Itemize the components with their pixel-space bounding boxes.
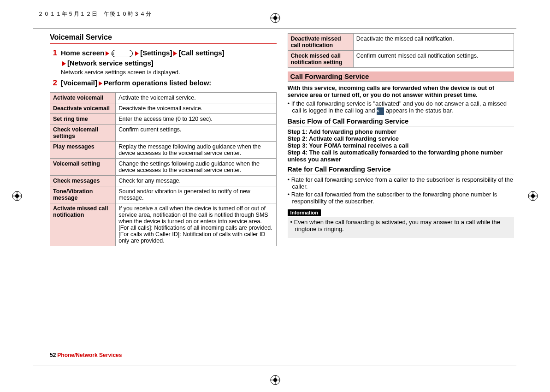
menu-key-icon <box>112 50 133 57</box>
arrow-right-icon <box>99 81 102 86</box>
table-value: Enter the access time (0 to 120 sec). <box>116 114 276 125</box>
procedure-step-1-cont: [Network service settings] <box>61 59 277 68</box>
table-key: Deactivate missed call notification <box>288 34 353 51</box>
rate-heading: Rate for Call Forwarding Service <box>288 166 515 174</box>
list-item: Rate for call forwarding service from a … <box>288 176 515 190</box>
table-value: Deactivate the voicemail service. <box>116 103 276 114</box>
table-value: Check for any message. <box>116 176 276 186</box>
table-value: Activate the voicemail service. <box>116 93 276 103</box>
table-row: Play messagesReplay the message followin… <box>50 142 277 159</box>
call-forwarding-heading: Call Forwarding Service <box>288 71 515 82</box>
flow-step: Step 4: The call is automatically forwar… <box>288 149 515 163</box>
information-box: Even when the call forwarding is activat… <box>288 217 515 238</box>
step-text: [Call settings] <box>178 49 224 57</box>
table-key: Deactivate voicemail <box>50 103 116 114</box>
information-tag: Information <box>288 209 321 216</box>
basic-flow-heading: Basic Flow of Call Forwarding Service <box>288 118 515 126</box>
note-list: If the call forwarding service is "activ… <box>288 100 515 115</box>
voicemail-options-table: Activate voicemailActivate the voicemail… <box>50 92 277 246</box>
voicemail-options-table-cont: Deactivate missed call notificationDeact… <box>288 33 515 68</box>
flow-step: Step 1: Add forwarding phone number <box>288 128 515 135</box>
page-number: 52 <box>50 352 56 358</box>
procedure-step-2: 2[Voicemail]Perform operations listed be… <box>61 78 277 88</box>
missed-call-icon <box>377 107 384 115</box>
content-columns: Voicemail Service 1Home screen[Settings]… <box>50 33 514 246</box>
print-timestamp: ２０１１年５月１２日 午後１０時３４分 <box>38 10 152 18</box>
list-item: Even when the call forwarding is activat… <box>290 219 512 232</box>
table-value: Deactivate the missed call notification. <box>353 34 514 51</box>
table-row: Tone/Vibration messageSound and/or vibra… <box>50 186 277 203</box>
step-text: [Network service settings] <box>67 59 154 67</box>
info-list: Even when the call forwarding is activat… <box>290 219 512 232</box>
list-item: Rate for call forwarded from the subscri… <box>288 191 515 205</box>
flow-step: Step 2: Activate call forwarding service <box>288 135 515 142</box>
basic-flow-steps: Step 1: Add forwarding phone number Step… <box>288 128 515 163</box>
table-row: Activate missed call notificationIf you … <box>50 203 277 246</box>
table-key: Tone/Vibration message <box>50 186 116 203</box>
table-key: Voicemail setting <box>50 159 116 176</box>
table-value: Confirm current settings. <box>116 125 276 142</box>
registration-mark-icon <box>528 191 538 201</box>
left-column: Voicemail Service 1Home screen[Settings]… <box>50 33 277 246</box>
step-number: 1 <box>50 48 57 58</box>
flow-step: Step 3: Your FOMA terminal receives a ca… <box>288 142 515 149</box>
table-key: Check voicemail settings <box>50 125 116 142</box>
registration-mark-icon <box>12 191 22 201</box>
arrow-right-icon <box>135 51 139 56</box>
table-value: Change the settings following audio guid… <box>116 159 276 176</box>
step-number: 2 <box>50 78 57 88</box>
service-description: With this service, incoming calls are fo… <box>288 84 515 98</box>
bottom-frame-line <box>33 366 516 366</box>
table-key: Activate voicemail <box>50 93 116 103</box>
arrow-right-icon <box>173 51 177 56</box>
top-frame-line <box>33 29 516 29</box>
table-key: Activate missed call notification <box>50 203 116 246</box>
page-footer: 52Phone/Network Services <box>50 352 122 358</box>
table-row: Deactivate voicemailDeactivate the voice… <box>50 103 277 114</box>
arrow-right-icon <box>62 61 66 66</box>
rate-list: Rate for call forwarding service from a … <box>288 176 515 205</box>
table-row: Set ring timeEnter the access time (0 to… <box>50 114 277 125</box>
registration-mark-icon <box>270 375 280 385</box>
table-key: Check missed call notification setting <box>288 51 353 68</box>
step-subtext: Network service settings screen is displ… <box>61 69 277 76</box>
table-row: Deactivate missed call notificationDeact… <box>288 34 514 51</box>
procedure-step-1: 1Home screen[Settings][Call settings] <box>61 48 277 58</box>
step-text: Home screen <box>61 49 104 57</box>
table-row: Check voicemail settingsConfirm current … <box>50 125 277 142</box>
step-text: [Voicemail] <box>61 79 97 87</box>
table-value: Confirm current missed call notification… <box>353 51 514 68</box>
table-key: Play messages <box>50 142 116 159</box>
list-item: If the call forwarding service is "activ… <box>288 100 515 115</box>
table-key: Set ring time <box>50 114 116 125</box>
arrow-right-icon <box>106 51 109 56</box>
step-number-blank <box>50 59 57 68</box>
table-row: Check messagesCheck for any message. <box>50 176 277 186</box>
table-row: Check missed call notification settingCo… <box>288 51 514 68</box>
step-text: Perform operations listed below: <box>104 79 211 87</box>
table-value: Replay the message following audio guida… <box>116 142 276 159</box>
table-key: Check messages <box>50 176 116 186</box>
voicemail-service-heading: Voicemail Service <box>50 33 277 44</box>
page-section-name: Phone/Network Services <box>57 352 122 358</box>
note-text-post: appears in the status bar. <box>384 107 453 114</box>
table-value: If you receive a call when the device is… <box>116 203 276 246</box>
registration-mark-icon <box>270 13 280 23</box>
table-value: Sound and/or vibration is generated to n… <box>116 186 276 203</box>
table-row: Voicemail settingChange the settings fol… <box>50 159 277 176</box>
table-row: Activate voicemailActivate the voicemail… <box>50 93 277 103</box>
right-column: Deactivate missed call notificationDeact… <box>288 33 515 246</box>
step-text: [Settings] <box>140 49 172 57</box>
page-root: ２０１１年５月１２日 午後１０時３４分 Voicemail Service 1H… <box>0 0 550 392</box>
